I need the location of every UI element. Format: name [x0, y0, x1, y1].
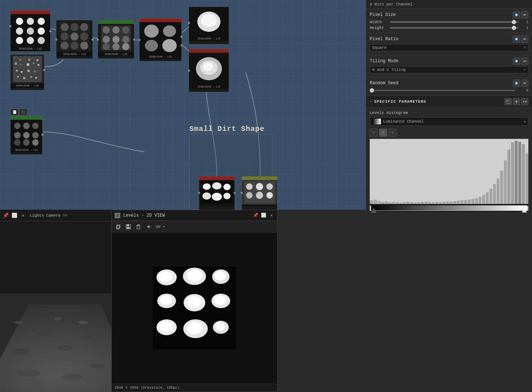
- save-icon[interactable]: [124, 222, 133, 231]
- svg-rect-144: [507, 101, 508, 102]
- node-5[interactable]: 2048x2048 – L16: [139, 18, 182, 61]
- svg-point-48: [112, 43, 120, 50]
- paste-icon[interactable]: [134, 222, 143, 231]
- svg-point-126: [187, 296, 201, 308]
- width-slider[interactable]: [390, 21, 519, 23]
- node-9[interactable]: [199, 176, 235, 210]
- view-2d-panel: Levels - 2D VIEW 📌 ⬜ ✕: [111, 210, 278, 392]
- node-6[interactable]: 2048x2048 – L16: [189, 7, 229, 44]
- tiling-section: Tiling Mode H and V Tiling ▾: [366, 55, 532, 77]
- svg-rect-12: [20, 59, 21, 61]
- hist-white-arrow[interactable]: ▽: [389, 129, 396, 137]
- svg-rect-168: [436, 202, 438, 204]
- svg-point-0: [16, 18, 23, 25]
- node-4[interactable]: 2048x2048 – L16: [98, 20, 134, 59]
- camera-nav[interactable]: Camera: [46, 213, 61, 218]
- pixel-size-icon-2[interactable]: [521, 11, 528, 18]
- svg-point-64: [23, 123, 30, 129]
- svg-rect-11: [17, 58, 18, 59]
- view-2d-toolbar: UV ▾: [112, 221, 277, 233]
- panel-titlebar: Levels - 2D VIEW 📌 ⬜ ✕: [112, 210, 277, 221]
- histogram-controls: ▽ ▽ ▽: [370, 129, 528, 137]
- svg-point-124: [160, 295, 172, 305]
- hist-gray-arrow[interactable]: ▽: [379, 129, 387, 137]
- close-button[interactable]: ✕: [20, 212, 27, 219]
- square-button[interactable]: ⬜: [11, 212, 18, 219]
- svg-point-67: [23, 132, 30, 139]
- uv-chevron[interactable]: ▾: [163, 224, 165, 229]
- hist-left-handle[interactable]: [371, 208, 376, 213]
- uv-label[interactable]: UV: [156, 225, 160, 229]
- tiling-icon-2[interactable]: [521, 57, 528, 65]
- sp-icon-2[interactable]: [513, 98, 520, 105]
- right-panel: 8 Bits per Channel Pixel Size Width: [366, 0, 532, 392]
- section-collapse-chevron[interactable]: ▾: [370, 99, 372, 104]
- pixel-ratio-value: Square: [372, 46, 387, 50]
- hist-black-arrow[interactable]: ▽: [370, 129, 378, 137]
- pin-title-btn[interactable]: 📌: [253, 213, 258, 218]
- pixel-size-icons: [513, 11, 528, 18]
- svg-rect-190: [515, 141, 518, 204]
- maximize-title-btn[interactable]: ⬜: [261, 213, 266, 218]
- viewport-3d-inner[interactable]: [0, 221, 111, 392]
- svg-point-132: [187, 322, 203, 334]
- svg-point-101: [62, 374, 82, 380]
- hist-right-handle[interactable]: [522, 208, 527, 213]
- view-2d-content[interactable]: [112, 233, 277, 384]
- random-seed-icon-2[interactable]: [521, 80, 528, 87]
- svg-rect-19: [27, 63, 29, 66]
- sp-icon-3[interactable]: [521, 98, 528, 105]
- random-seed-slider[interactable]: [370, 90, 515, 91]
- close-title-btn[interactable]: ✕: [269, 213, 274, 218]
- svg-rect-170: [443, 202, 446, 204]
- pixel-ratio-dropdown[interactable]: Square ▾: [370, 44, 528, 51]
- svg-rect-13: [24, 57, 25, 59]
- specific-params-label: SPECIFIC PARAMETERS: [374, 99, 426, 104]
- arrow-left-icon[interactable]: [144, 222, 153, 231]
- node-3[interactable]: 2048x2048 – L16: [56, 20, 93, 59]
- svg-point-44: [103, 36, 110, 43]
- svg-rect-24: [27, 70, 30, 72]
- specific-params-header[interactable]: ▾ SPECIFIC PARAMETERS: [366, 96, 532, 108]
- svg-rect-22: [16, 70, 18, 72]
- node-1[interactable]: 2048x2048 – L16: [10, 10, 51, 52]
- random-seed-icon-1[interactable]: [513, 80, 520, 87]
- sp-icon-1[interactable]: [505, 98, 512, 105]
- nav-expand[interactable]: >>: [63, 213, 67, 218]
- lights-nav[interactable]: Lights: [30, 213, 44, 218]
- pixel-ratio-icon-2[interactable]: [521, 35, 528, 43]
- svg-point-43: [122, 26, 129, 34]
- tiling-chevron: ▾: [524, 68, 526, 72]
- svg-rect-29: [35, 77, 37, 78]
- pixel-ratio-title: Pixel Ratio: [370, 37, 398, 42]
- svg-rect-10: [14, 57, 15, 58]
- height-slider[interactable]: [390, 27, 519, 29]
- pin-button[interactable]: 📌: [2, 212, 9, 219]
- node-graph[interactable]: 2048x2048 – L16: [0, 0, 366, 210]
- svg-rect-164: [421, 202, 424, 204]
- svg-point-128: [214, 295, 226, 305]
- svg-rect-150: [370, 200, 373, 204]
- svg-rect-23: [21, 71, 22, 73]
- luminance-dropdown[interactable]: Luminance Channel ▾: [370, 117, 528, 126]
- svg-rect-111: [127, 225, 129, 226]
- pixel-ratio-icon-1[interactable]: [513, 35, 520, 43]
- tiling-icon-1[interactable]: [513, 57, 520, 65]
- texture-view: [153, 267, 236, 350]
- svg-rect-20: [33, 63, 34, 64]
- node-10[interactable]: [241, 176, 278, 210]
- svg-rect-180: [479, 197, 481, 204]
- node-2[interactable]: 2048x2048 – L16: [10, 54, 44, 90]
- copy-icon[interactable]: [114, 222, 123, 231]
- lum-chevron: ▾: [523, 119, 526, 124]
- svg-point-53: [145, 40, 158, 51]
- hist-gradient-bar[interactable]: [371, 205, 527, 210]
- pixel-size-icon-1[interactable]: [513, 11, 520, 18]
- svg-rect-178: [471, 199, 474, 204]
- svg-rect-155: [389, 202, 391, 204]
- histogram-area: Levels Histogram Luminance Channel ▾ ▽ ▽…: [366, 108, 532, 392]
- node-8[interactable]: 3042x3048 – L16 📄 ⬛: [10, 116, 43, 155]
- node-7[interactable]: 2048x2048 – L16: [189, 49, 229, 92]
- svg-rect-175: [460, 200, 463, 204]
- tiling-mode-dropdown[interactable]: H and V Tiling ▾: [370, 66, 528, 73]
